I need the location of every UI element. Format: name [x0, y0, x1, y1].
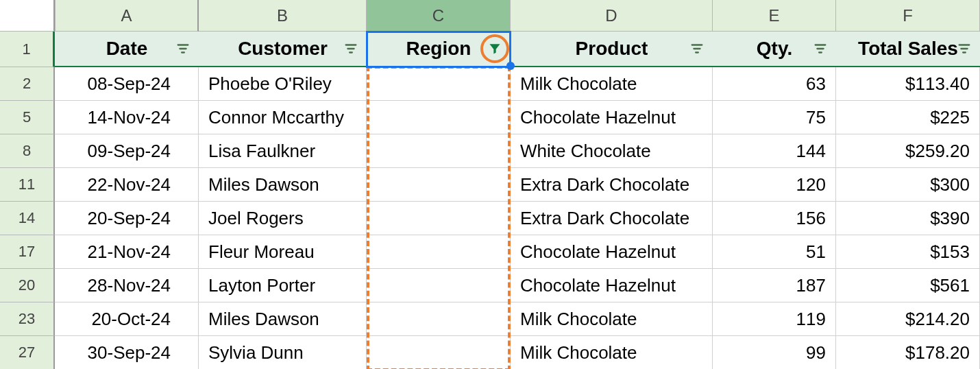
cell-customer[interactable]: Layton Porter — [199, 269, 367, 302]
cell-date[interactable]: 08-Sep-24 — [55, 67, 199, 101]
cell-region[interactable] — [367, 336, 511, 369]
cell-product[interactable]: Chocolate Hazelnut — [511, 269, 713, 302]
cell-region[interactable] — [367, 269, 511, 302]
cell-total[interactable]: $259.20 — [836, 134, 980, 168]
cell-product[interactable]: Extra Dark Chocolate — [511, 202, 713, 235]
cell-total[interactable]: $390 — [836, 202, 980, 235]
cell-region[interactable] — [367, 67, 511, 101]
cell-date[interactable]: 20-Oct-24 — [55, 302, 199, 336]
header-label: Date — [106, 38, 148, 60]
header-cell-customer[interactable]: Customer — [199, 32, 367, 67]
column-header-E[interactable]: E — [713, 0, 836, 32]
cell-date[interactable]: 22-Nov-24 — [55, 168, 199, 202]
column-header-A[interactable]: A — [55, 0, 199, 32]
cell-region[interactable] — [367, 235, 511, 269]
row-header[interactable]: 5 — [0, 101, 55, 134]
cell-region[interactable] — [367, 202, 511, 235]
cell-total[interactable]: $225 — [836, 101, 980, 134]
header-label: Qty. — [757, 38, 792, 60]
row-header[interactable]: 17 — [0, 235, 55, 269]
header-label: Product — [576, 38, 648, 60]
row-header[interactable]: 11 — [0, 168, 55, 202]
header-cell-date[interactable]: Date — [55, 32, 199, 67]
cell-date[interactable]: 14-Nov-24 — [55, 101, 199, 134]
cell-total[interactable]: $561 — [836, 269, 980, 302]
cell-date[interactable]: 09-Sep-24 — [55, 134, 199, 168]
filter-icon[interactable] — [689, 41, 705, 56]
cell-product[interactable]: Chocolate Hazelnut — [511, 101, 713, 134]
cell-region[interactable] — [367, 168, 511, 202]
cell-date[interactable]: 21-Nov-24 — [55, 235, 199, 269]
cell-qty[interactable]: 119 — [713, 302, 836, 336]
selection-handle[interactable] — [506, 62, 515, 70]
cell-region[interactable] — [367, 134, 511, 168]
select-all-corner[interactable] — [0, 0, 55, 32]
cell-date[interactable]: 20-Sep-24 — [55, 202, 199, 235]
cell-date[interactable]: 28-Nov-24 — [55, 269, 199, 302]
cell-total[interactable]: $113.40 — [836, 67, 980, 101]
cell-region[interactable] — [367, 101, 511, 134]
column-header-C[interactable]: C — [367, 0, 511, 32]
row-header[interactable]: 2 — [0, 67, 55, 101]
filter-icon[interactable] — [175, 41, 191, 56]
cell-total[interactable]: $300 — [836, 168, 980, 202]
cell-customer[interactable]: Lisa Faulkner — [199, 134, 367, 168]
row-header[interactable]: 8 — [0, 134, 55, 168]
row-header[interactable]: 23 — [0, 302, 55, 336]
column-header-B[interactable]: B — [199, 0, 367, 32]
cell-total[interactable]: $214.20 — [836, 302, 980, 336]
cell-customer[interactable]: Miles Dawson — [199, 168, 367, 202]
row-header[interactable]: 27 — [0, 336, 55, 369]
cell-customer[interactable]: Fleur Moreau — [199, 235, 367, 269]
header-label: Total Sales — [858, 38, 958, 60]
cell-customer[interactable]: Joel Rogers — [199, 202, 367, 235]
cell-product[interactable]: Extra Dark Chocolate — [511, 168, 713, 202]
filter-icon[interactable] — [957, 41, 972, 56]
cell-customer[interactable]: Miles Dawson — [199, 302, 367, 336]
cell-customer[interactable]: Connor Mccarthy — [199, 101, 367, 134]
header-cell-qty-[interactable]: Qty. — [713, 32, 836, 67]
cell-qty[interactable]: 120 — [713, 168, 836, 202]
cell-qty[interactable]: 99 — [713, 336, 836, 369]
cell-region[interactable] — [367, 302, 511, 336]
cell-qty[interactable]: 63 — [713, 67, 836, 101]
cell-qty[interactable]: 51 — [713, 235, 836, 269]
cell-product[interactable]: Milk Chocolate — [511, 67, 713, 101]
filter-active-icon[interactable] — [487, 41, 502, 56]
column-header-D[interactable]: D — [511, 0, 713, 32]
header-label: Customer — [238, 38, 328, 60]
header-cell-product[interactable]: Product — [511, 32, 713, 67]
cell-customer[interactable]: Sylvia Dunn — [199, 336, 367, 369]
filter-icon[interactable] — [343, 41, 358, 56]
cell-customer[interactable]: Phoebe O'Riley — [199, 67, 367, 101]
cell-product[interactable]: Milk Chocolate — [511, 302, 713, 336]
row-header-1[interactable]: 1 — [0, 32, 55, 67]
cell-qty[interactable]: 187 — [713, 269, 836, 302]
filter-icon[interactable] — [813, 41, 828, 56]
row-header[interactable]: 20 — [0, 269, 55, 302]
column-header-F[interactable]: F — [836, 0, 980, 32]
header-cell-total-sales[interactable]: Total Sales — [836, 32, 980, 67]
cell-qty[interactable]: 144 — [713, 134, 836, 168]
row-header[interactable]: 14 — [0, 202, 55, 235]
cell-qty[interactable]: 156 — [713, 202, 836, 235]
cell-date[interactable]: 30-Sep-24 — [55, 336, 199, 369]
cell-product[interactable]: Milk Chocolate — [511, 336, 713, 369]
cell-product[interactable]: White Chocolate — [511, 134, 713, 168]
spreadsheet: ABCDEF 1 DateCustomerRegionProductQty.To… — [0, 0, 980, 369]
cell-qty[interactable]: 75 — [713, 101, 836, 134]
row-number: 1 — [22, 40, 30, 58]
cell-total[interactable]: $153 — [836, 235, 980, 269]
header-label: Region — [406, 38, 471, 60]
cell-total[interactable]: $178.20 — [836, 336, 980, 369]
cell-product[interactable]: Chocolate Hazelnut — [511, 235, 713, 269]
header-cell-region[interactable]: Region — [367, 32, 511, 67]
